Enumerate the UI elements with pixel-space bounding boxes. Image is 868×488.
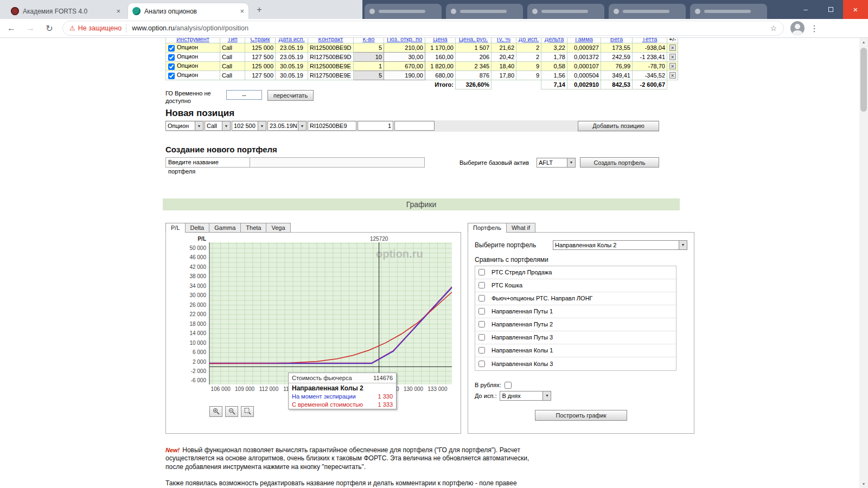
column-header[interactable]: Страйк [245, 38, 276, 43]
chart-tab-3[interactable]: Gamma [209, 223, 241, 233]
chart-tab-4[interactable]: Theta [240, 223, 266, 233]
column-header[interactable]: Поз. откр. по [384, 38, 425, 43]
column-header[interactable]: Инструмент [166, 38, 220, 43]
portfolio-compare-checkbox[interactable] [478, 361, 485, 367]
column-sort-link[interactable]: К-во [363, 38, 375, 42]
portfolio-list-item[interactable]: Направленная Колы 1 [475, 344, 676, 357]
maximize-button[interactable] [818, 0, 843, 19]
delete-position-button[interactable]: × [669, 54, 676, 60]
column-header[interactable]: До исп. [516, 38, 541, 43]
portfolio-list-item[interactable]: Направленная Путы 1 [475, 305, 676, 318]
column-header[interactable]: Контракт [308, 38, 354, 43]
column-header[interactable]: Тетта [633, 38, 667, 43]
delete-position-button[interactable]: × [669, 63, 676, 69]
browser-tab-analysis[interactable]: Анализ опционов × [128, 3, 248, 19]
column-sort-link[interactable]: Цена, руб. [459, 38, 488, 42]
base-asset-select[interactable]: AFLT▼ [537, 158, 576, 168]
delete-position-button[interactable]: × [669, 72, 676, 79]
strike-select[interactable]: 102 500▼ [232, 121, 266, 131]
column-header[interactable]: IV, % [492, 38, 516, 43]
dte-select[interactable]: В днях▼ [500, 391, 551, 401]
option-type-select[interactable]: Call▼ [205, 121, 231, 131]
position-enabled-checkbox[interactable] [168, 45, 175, 52]
browser-menu-icon[interactable]: ⋮ [810, 23, 819, 34]
zoom-reset-button[interactable] [241, 406, 254, 417]
browser-tab-academy[interactable]: Академия FORTS 4.0 × [7, 3, 125, 19]
column-sort-link[interactable]: Дата исп. [278, 38, 304, 42]
portfolio-compare-checkbox[interactable] [478, 269, 485, 275]
column-sort-link[interactable]: Цена [433, 38, 447, 42]
portfolio-list-item[interactable]: Направленная Колы 3 [475, 357, 676, 370]
add-position-button[interactable]: Добавить позицию [578, 121, 659, 131]
chart-tab-2[interactable]: Delta [185, 223, 210, 233]
close-tab-icon[interactable]: × [116, 8, 120, 15]
not-secure-label[interactable]: Не защищено [78, 24, 122, 32]
column-header[interactable]: Цена [425, 38, 456, 43]
scroll-down-icon[interactable]: ▼ [859, 480, 868, 488]
column-header[interactable]: Дельта [541, 38, 567, 43]
portfolio-compare-checkbox[interactable] [478, 282, 485, 288]
column-header[interactable]: Тип [220, 38, 245, 43]
column-sort-link[interactable]: Вега [610, 38, 623, 42]
panel-tab-1[interactable]: Портфель [468, 223, 507, 233]
scroll-up-icon[interactable]: ▲ [859, 38, 868, 46]
instrument-select[interactable]: Опцион▼ [165, 121, 203, 131]
column-sort-link[interactable]: Страйк [250, 38, 270, 42]
address-bar[interactable]: ⚠ Не защищено www.option.ru/analysis/opt… [62, 21, 784, 36]
column-header[interactable]: К-во [354, 38, 384, 43]
chart-tab-1[interactable]: P/L [165, 223, 186, 233]
column-header[interactable]: Гамма [567, 38, 601, 43]
open-price-input[interactable] [394, 121, 435, 131]
create-portfolio-button[interactable]: Создать портфель [580, 157, 659, 168]
portfolio-compare-checkbox[interactable] [478, 321, 485, 328]
column-sort-link[interactable]: Контракт [318, 38, 343, 42]
portfolio-list-item[interactable]: РТС Стредл Продажа [475, 266, 676, 279]
portfolio-compare-checkbox[interactable] [478, 308, 485, 314]
delete-position-button[interactable]: × [669, 44, 676, 51]
zoom-in-button[interactable] [209, 406, 222, 417]
expiry-date-select[interactable]: 23.05.19N▼ [267, 121, 307, 131]
portfolio-name-input[interactable] [250, 157, 425, 168]
portfolio-list-item[interactable]: Фьюч+опционы РТС. Направл ЛОНГ [475, 292, 676, 305]
not-secure-warning-icon[interactable]: ⚠ [69, 24, 75, 32]
portfolio-select[interactable]: Направленная Колы 2▼ [553, 240, 687, 250]
build-chart-button[interactable]: Построить график [535, 410, 627, 421]
portfolio-list-item[interactable]: Направленная Путы 3 [475, 331, 676, 344]
close-window-button[interactable]: × [843, 0, 868, 19]
minimize-button[interactable]: – [793, 0, 818, 19]
forward-icon[interactable]: → [23, 21, 38, 36]
position-enabled-checkbox[interactable] [168, 73, 175, 79]
position-enabled-checkbox[interactable] [168, 54, 175, 61]
portfolio-compare-checkbox[interactable] [478, 347, 485, 354]
column-sort-link[interactable]: Инструмент [176, 38, 209, 42]
column-sort-link[interactable]: До исп. [519, 38, 539, 42]
quantity-input[interactable] [358, 121, 393, 131]
column-sort-link[interactable]: Тип [227, 38, 237, 42]
column-sort-link[interactable]: Гамма [575, 38, 593, 42]
portfolio-compare-checkbox[interactable] [478, 295, 485, 301]
portfolio-list-item[interactable]: Направленная Путы 2 [475, 318, 676, 331]
position-enabled-checkbox[interactable] [168, 63, 175, 70]
portfolio-list-item[interactable]: РТС Кошка [475, 279, 676, 292]
column-header[interactable]: Дата исп. [276, 38, 308, 43]
column-sort-link[interactable]: Поз. откр. по [387, 38, 422, 42]
rubles-checkbox[interactable] [505, 382, 512, 389]
zoom-out-button[interactable] [225, 406, 238, 417]
column-header[interactable]: Цена, руб. [456, 38, 492, 43]
bookmark-star-icon[interactable]: ☆ [770, 24, 777, 33]
scrollbar-thumb[interactable] [860, 48, 867, 112]
page-scrollbar[interactable]: ▲ ▼ [859, 38, 868, 488]
column-sort-link[interactable]: IV, % [497, 38, 510, 42]
contract-input[interactable] [308, 121, 356, 131]
column-header[interactable]: Вега [601, 38, 633, 43]
portfolio-compare-checkbox[interactable] [478, 334, 485, 341]
column-sort-link[interactable]: Дельта [545, 38, 564, 42]
new-tab-button[interactable]: + [254, 4, 265, 15]
column-sort-link[interactable]: Тетта [642, 38, 658, 42]
back-icon[interactable]: ← [4, 21, 19, 36]
go-value-input[interactable] [226, 90, 262, 100]
close-tab-icon[interactable]: × [240, 8, 244, 15]
profile-avatar[interactable] [790, 21, 805, 35]
refresh-icon[interactable]: ↻ [42, 21, 57, 36]
chart-tab-5[interactable]: Vega [266, 223, 290, 233]
